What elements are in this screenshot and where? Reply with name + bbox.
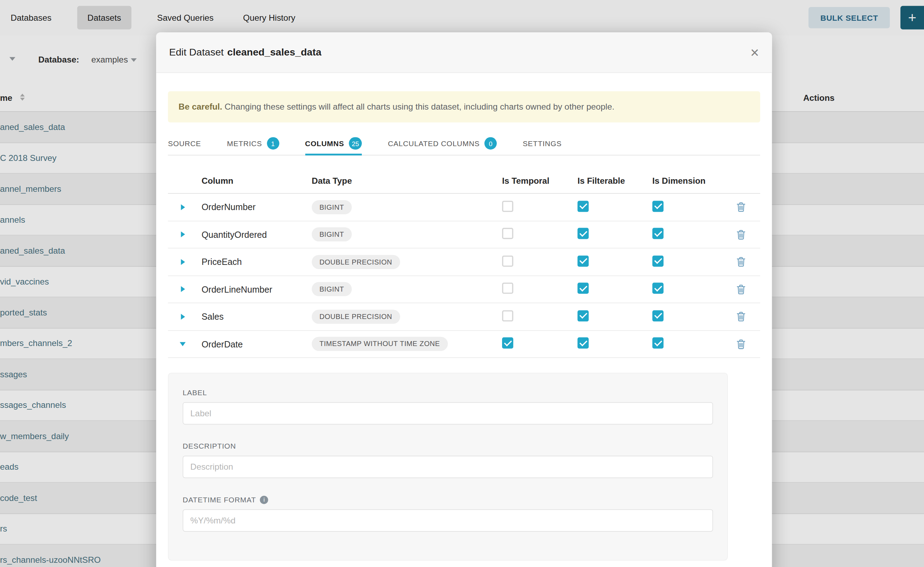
- is-dimension-checkbox[interactable]: [652, 201, 664, 212]
- column-detail-panel: LABEL DESCRIPTION DATETIME FORMAT: [168, 373, 728, 561]
- modal-header: Edit Datasetcleaned_sales_data ×: [156, 32, 772, 73]
- data-type-pill: TIMESTAMP WITHOUT TIME ZONE: [312, 337, 448, 351]
- modal-body: Be careful.Changing these settings will …: [156, 92, 772, 561]
- data-type-pill: DOUBLE PRECISION: [312, 255, 400, 269]
- columns-table-header: Column Data Type Is Temporal Is Filterab…: [168, 168, 760, 194]
- column-row: QuantityOrdered BIGINT: [168, 221, 760, 248]
- column-name: OrderLineNumber: [197, 284, 306, 294]
- is-temporal-checkbox[interactable]: [502, 255, 513, 267]
- warning-banner-text: Changing these settings will affect all …: [225, 102, 615, 111]
- data-type-pill: BIGINT: [312, 227, 352, 242]
- is-filterable-checkbox[interactable]: [577, 338, 588, 349]
- is-temporal-checkbox[interactable]: [502, 338, 513, 349]
- data-type-header: Data Type: [307, 176, 495, 185]
- datetime-format-field-group: DATETIME FORMAT: [183, 496, 713, 531]
- is-filterable-checkbox[interactable]: [577, 310, 588, 321]
- label-field-label: LABEL: [183, 388, 713, 397]
- calculated-columns-count-badge: 0: [485, 137, 497, 150]
- is-dimension-checkbox[interactable]: [652, 228, 664, 239]
- tab-label: COLUMNS: [305, 139, 344, 147]
- column-row: OrderLineNumber BIGINT: [168, 276, 760, 303]
- column-name: QuantityOrdered: [197, 230, 306, 239]
- field-label-text: DESCRIPTION: [183, 442, 236, 450]
- modal-title-prefix: Edit Dataset: [169, 46, 224, 58]
- field-label-text: DATETIME FORMAT: [183, 496, 256, 504]
- column-row: OrderDate TIMESTAMP WITHOUT TIME ZONE: [168, 331, 760, 358]
- tab-label: SETTINGS: [523, 139, 562, 147]
- is-temporal-checkbox[interactable]: [502, 310, 513, 321]
- delete-column-icon[interactable]: [737, 202, 745, 212]
- column-header: Column: [197, 176, 306, 185]
- expand-caret-icon[interactable]: [181, 204, 185, 210]
- column-name: Sales: [197, 312, 306, 321]
- delete-column-icon[interactable]: [737, 312, 745, 321]
- data-type-pill: BIGINT: [312, 200, 352, 214]
- column-row: Sales DOUBLE PRECISION: [168, 303, 760, 331]
- tab-label: SOURCE: [168, 139, 201, 147]
- column-row: PriceEach DOUBLE PRECISION: [168, 248, 760, 276]
- is-temporal-header: Is Temporal: [495, 176, 570, 185]
- column-name: PriceEach: [197, 257, 306, 267]
- tab-metrics[interactable]: METRICS 1: [227, 132, 279, 154]
- expand-caret-icon[interactable]: [181, 231, 185, 237]
- warning-banner-bold: Be careful.: [179, 102, 222, 111]
- is-dimension-checkbox[interactable]: [652, 283, 664, 294]
- datetime-format-input[interactable]: [183, 509, 713, 532]
- is-dimension-header: Is Dimension: [645, 176, 722, 185]
- expand-caret-icon[interactable]: [181, 286, 185, 292]
- tab-label: CALCULATED COLUMNS: [388, 139, 480, 147]
- warning-banner: Be careful.Changing these settings will …: [168, 92, 760, 123]
- description-field-group: DESCRIPTION: [183, 442, 713, 478]
- is-dimension-checkbox[interactable]: [652, 338, 664, 349]
- description-field-label: DESCRIPTION: [183, 442, 713, 450]
- collapse-caret-icon[interactable]: [180, 342, 186, 346]
- delete-column-icon[interactable]: [737, 230, 745, 239]
- is-temporal-checkbox[interactable]: [502, 228, 513, 239]
- is-temporal-checkbox[interactable]: [502, 201, 513, 212]
- datetime-format-field-label: DATETIME FORMAT: [183, 496, 713, 504]
- modal-title: Edit Datasetcleaned_sales_data: [169, 46, 321, 58]
- is-dimension-checkbox[interactable]: [652, 255, 664, 267]
- columns-count-badge: 25: [349, 137, 362, 150]
- delete-column-icon[interactable]: [737, 339, 745, 349]
- metrics-count-badge: 1: [267, 137, 279, 150]
- is-temporal-checkbox[interactable]: [502, 283, 513, 294]
- modal-tabs: SOURCE METRICS 1 COLUMNS 25 CALCULATED C…: [168, 132, 760, 155]
- tab-calculated-columns[interactable]: CALCULATED COLUMNS 0: [388, 132, 497, 154]
- is-filterable-checkbox[interactable]: [577, 201, 588, 212]
- expand-caret-icon[interactable]: [181, 314, 185, 320]
- modal-dataset-name: cleaned_sales_data: [227, 46, 321, 58]
- delete-column-icon[interactable]: [737, 284, 745, 294]
- field-label-text: LABEL: [183, 388, 207, 397]
- edit-dataset-modal: Edit Datasetcleaned_sales_data × Be care…: [156, 32, 772, 567]
- tab-settings[interactable]: SETTINGS: [523, 132, 562, 154]
- is-dimension-checkbox[interactable]: [652, 310, 664, 321]
- label-input[interactable]: [183, 402, 713, 425]
- column-name: OrderNumber: [197, 202, 306, 212]
- info-icon[interactable]: [260, 496, 268, 504]
- screen: Databases Datasets Saved Queries Query H…: [0, 0, 924, 567]
- tab-source[interactable]: SOURCE: [168, 132, 201, 154]
- data-type-pill: DOUBLE PRECISION: [312, 309, 400, 324]
- is-filterable-checkbox[interactable]: [577, 255, 588, 267]
- is-filterable-checkbox[interactable]: [577, 283, 588, 294]
- tab-label: METRICS: [227, 139, 262, 147]
- is-filterable-checkbox[interactable]: [577, 228, 588, 239]
- description-input[interactable]: [183, 456, 713, 478]
- label-field-group: LABEL: [183, 388, 713, 424]
- column-name: OrderDate: [197, 339, 306, 349]
- data-type-pill: BIGINT: [312, 282, 352, 296]
- close-icon[interactable]: ×: [750, 45, 759, 60]
- is-filterable-header: Is Filterable: [570, 176, 645, 185]
- column-row: OrderNumber BIGINT: [168, 194, 760, 221]
- delete-column-icon[interactable]: [737, 257, 745, 267]
- expand-caret-icon[interactable]: [181, 259, 185, 265]
- tab-columns[interactable]: COLUMNS 25: [305, 132, 362, 154]
